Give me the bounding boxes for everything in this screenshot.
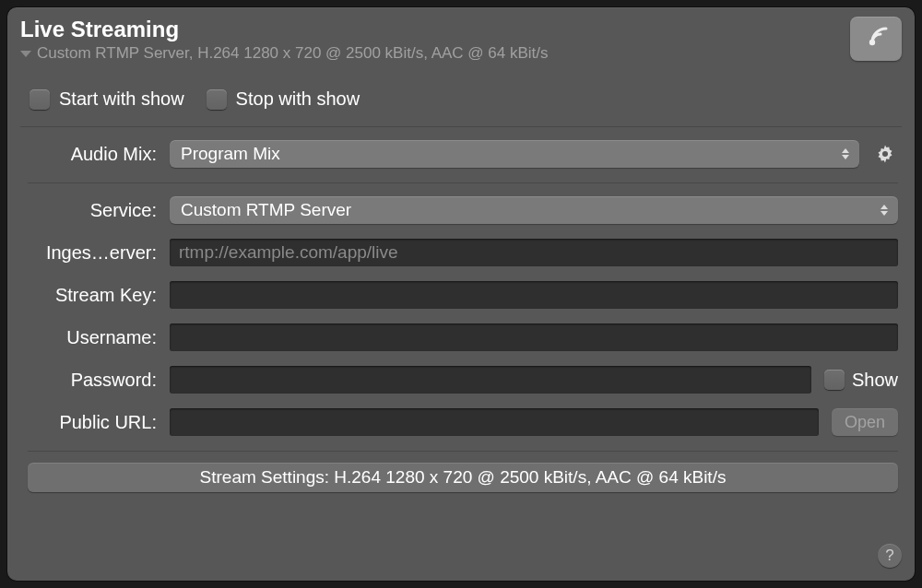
- password-input[interactable]: [170, 366, 811, 394]
- updown-arrows-icon: [876, 201, 892, 219]
- subtitle-text: Custom RTMP Server, H.264 1280 x 720 @ 2…: [37, 44, 549, 63]
- gear-icon: [874, 143, 896, 165]
- stream-settings-button[interactable]: Stream Settings: H.264 1280 x 720 @ 2500…: [28, 463, 898, 492]
- ingest-server-input[interactable]: [170, 239, 898, 266]
- username-row: Username:: [28, 323, 898, 351]
- public-url-input[interactable]: [170, 408, 819, 436]
- public-url-label: Public URL:: [28, 412, 157, 433]
- go-live-button[interactable]: [850, 17, 902, 61]
- service-label: Service:: [28, 200, 157, 221]
- disclosure-triangle-icon[interactable]: [20, 51, 31, 57]
- username-label: Username:: [28, 327, 157, 348]
- service-select[interactable]: Custom RTMP Server: [170, 196, 898, 224]
- username-input[interactable]: [170, 323, 898, 351]
- divider: [20, 126, 902, 127]
- stream-settings-label: Stream Settings: H.264 1280 x 720 @ 2500…: [200, 467, 727, 488]
- audio-mix-row: Audio Mix: Program Mix: [28, 140, 898, 168]
- stop-with-show-label: Stop with show: [236, 88, 361, 110]
- service-value: Custom RTMP Server: [181, 200, 351, 220]
- subtitle-row[interactable]: Custom RTMP Server, H.264 1280 x 720 @ 2…: [20, 44, 850, 63]
- show-password-checkbox[interactable]: [824, 370, 845, 390]
- audio-mix-settings-button[interactable]: [872, 141, 898, 167]
- start-with-show-checkbox[interactable]: [30, 89, 50, 110]
- help-button[interactable]: ?: [878, 544, 902, 568]
- stop-with-show-option: Stop with show: [207, 88, 361, 110]
- panel-title: Live Streaming: [20, 17, 850, 42]
- show-password-label: Show: [852, 370, 898, 391]
- svg-point-2: [882, 151, 888, 157]
- divider: [28, 182, 898, 183]
- broadcast-icon: [862, 25, 890, 53]
- start-with-show-option: Start with show: [30, 88, 184, 110]
- service-row: Service: Custom RTMP Server: [28, 196, 898, 224]
- ingest-server-label: Inges…erver:: [28, 242, 157, 264]
- password-row: Password: Show: [28, 366, 898, 394]
- live-streaming-panel: Live Streaming Custom RTMP Server, H.264…: [7, 7, 915, 581]
- password-label: Password:: [28, 370, 157, 391]
- header-left: Live Streaming Custom RTMP Server, H.264…: [20, 17, 850, 63]
- password-show-group: Show: [824, 370, 898, 391]
- panel-header: Live Streaming Custom RTMP Server, H.264…: [20, 17, 902, 63]
- divider: [28, 451, 898, 452]
- audio-mix-label: Audio Mix:: [28, 144, 157, 165]
- stop-with-show-checkbox[interactable]: [207, 89, 227, 110]
- stream-key-input[interactable]: [170, 281, 898, 309]
- open-url-button[interactable]: Open: [832, 408, 898, 436]
- open-button-label: Open: [845, 413, 885, 432]
- ingest-server-row: Inges…erver:: [28, 239, 898, 266]
- start-with-show-label: Start with show: [59, 88, 184, 110]
- audio-mix-select[interactable]: Program Mix: [170, 140, 859, 168]
- updown-arrows-icon: [837, 145, 854, 163]
- help-icon: ?: [885, 547, 893, 565]
- stream-key-row: Stream Key:: [28, 281, 898, 309]
- checkbox-row: Start with show Stop with show: [20, 88, 902, 110]
- audio-mix-value: Program Mix: [181, 144, 280, 164]
- form: Audio Mix: Program Mix Service: Custom: [20, 140, 902, 492]
- stream-key-label: Stream Key:: [28, 285, 157, 306]
- public-url-row: Public URL: Open: [28, 408, 898, 436]
